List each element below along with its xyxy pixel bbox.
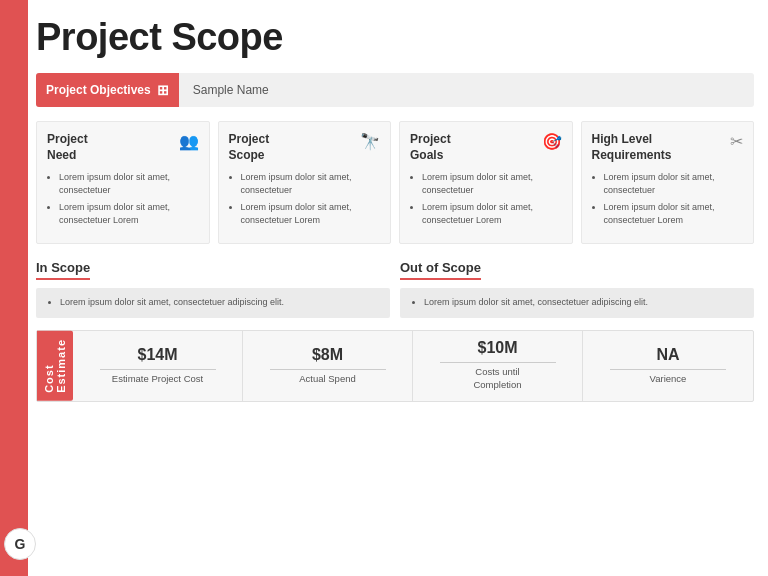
cost-item-estimate: $14M Estimate Project Cost [73,331,243,401]
target-icon: 🎯 [542,132,562,151]
out-of-scope-body: Lorem ipsum dolor sit amet, consectetuer… [400,288,754,318]
cost-divider-3 [440,362,556,363]
in-scope-title: In Scope [36,260,90,280]
cost-estimate-label: CostEstimate [37,331,73,401]
card-body-highlevel: Lorem ipsum dolor sit amet, consectetuer… [592,171,744,227]
cost-item-actual: $8M Actual Spend [243,331,413,401]
objectives-name: Sample Name [179,83,269,97]
cost-value-estimate: $14M [137,346,177,364]
cost-value-variance: NA [656,346,679,364]
card-title-goals: ProjectGoals [410,132,451,163]
left-accent-bar [0,0,28,576]
card-body-scope: Lorem ipsum dolor sit amet, consectetuer… [229,171,381,227]
objectives-row: Project Objectives ⊞ Sample Name [36,73,754,107]
card-title-highlevel: High LevelRequirements [592,132,672,163]
card-header-goals: ProjectGoals 🎯 [410,132,562,163]
cost-desc-estimate: Estimate Project Cost [112,373,203,386]
cost-divider-4 [610,369,727,370]
g-badge: G [4,528,36,560]
card-title-scope: ProjectScope [229,132,270,163]
card-project-need: ProjectNeed 👥 Lorem ipsum dolor sit amet… [36,121,210,244]
scissors-icon: ✂ [730,132,743,151]
in-scope-body: Lorem ipsum dolor sit amet, consectetuer… [36,288,390,318]
main-content: Project Scope Project Objectives ⊞ Sampl… [36,16,754,564]
cost-estimate-row: CostEstimate $14M Estimate Project Cost … [36,330,754,402]
card-project-goals: ProjectGoals 🎯 Lorem ipsum dolor sit ame… [399,121,573,244]
cost-desc-variance: Varience [650,373,687,386]
card-project-scope: ProjectScope 🔭 Lorem ipsum dolor sit ame… [218,121,392,244]
cost-items: $14M Estimate Project Cost $8M Actual Sp… [73,331,753,401]
cost-desc-actual: Actual Spend [299,373,356,386]
page-title: Project Scope [36,16,754,59]
card-title-need: ProjectNeed [47,132,88,163]
people-icon: 👥 [179,132,199,151]
card-body-need: Lorem ipsum dolor sit amet, consectetuer… [47,171,199,227]
monitor-icon: ⊞ [157,82,169,98]
card-high-level: High LevelRequirements ✂ Lorem ipsum dol… [581,121,755,244]
cost-item-completion: $10M Costs untilCompletion [413,331,583,401]
card-body-goals: Lorem ipsum dolor sit amet, consectetuer… [410,171,562,227]
in-scope-section: In Scope Lorem ipsum dolor sit amet, con… [36,258,390,318]
card-header-need: ProjectNeed 👥 [47,132,199,163]
scope-row: In Scope Lorem ipsum dolor sit amet, con… [36,258,754,318]
cards-row: ProjectNeed 👥 Lorem ipsum dolor sit amet… [36,121,754,244]
out-of-scope-section: Out of Scope Lorem ipsum dolor sit amet,… [400,258,754,318]
objectives-label-text: Project Objectives [46,83,151,97]
cost-desc-completion: Costs untilCompletion [473,366,521,392]
card-header-scope: ProjectScope 🔭 [229,132,381,163]
cost-item-variance: NA Varience [583,331,753,401]
out-of-scope-title: Out of Scope [400,260,481,280]
cost-value-completion: $10M [477,339,517,357]
cost-divider-1 [100,369,216,370]
cost-value-actual: $8M [312,346,343,364]
out-of-scope-item: Lorem ipsum dolor sit amet, consectetuer… [424,296,742,310]
telescope-icon: 🔭 [360,132,380,151]
g-badge-label: G [15,536,26,552]
objectives-label: Project Objectives ⊞ [36,73,179,107]
card-header-highlevel: High LevelRequirements ✂ [592,132,744,163]
in-scope-item: Lorem ipsum dolor sit amet, consectetuer… [60,296,378,310]
cost-divider-2 [270,369,386,370]
